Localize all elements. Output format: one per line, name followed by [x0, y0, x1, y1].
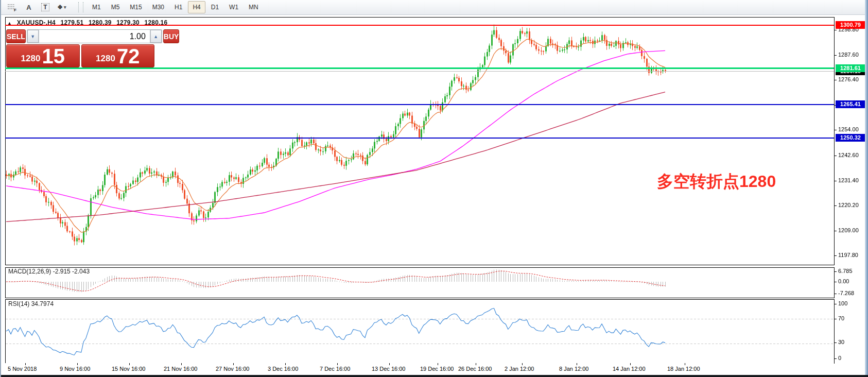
axis-tick [438, 363, 438, 365]
axis-tick [233, 363, 234, 365]
axis-tick [834, 358, 837, 359]
time-axis-label: 15 Nov 16:00 [112, 366, 145, 372]
time-axis-label: 2 Jan 12:00 [505, 366, 534, 372]
time-axis-label: 7 Dec 16:00 [320, 366, 350, 372]
toolbar: F A T ❖ ▾ M1M5M15M30H1H4D1W1MN [1, 0, 868, 15]
fibonacci-tool-button[interactable]: F [5, 1, 20, 13]
buy-price-big-figure: 1280 [96, 54, 115, 64]
axis-tick [834, 271, 837, 272]
chevron-down-icon: ▾ [64, 5, 66, 10]
axis-tick [685, 363, 685, 365]
axis-tick [577, 363, 577, 365]
axis-tick [834, 55, 837, 56]
volume-spinner: ▼ ▲ [27, 29, 162, 43]
volume-decrease-button[interactable]: ▼ [27, 30, 39, 43]
sell-button[interactable]: SELL [6, 29, 26, 43]
axis-tick [337, 363, 338, 365]
macd-pane-label: MACD(12,26,9) -2.915 -2.043 [8, 268, 90, 275]
buy-price-button[interactable]: 1280 72 [81, 44, 155, 67]
timeframe-button-h4[interactable]: H4 [188, 1, 205, 13]
text-label-tool-button[interactable]: T [38, 1, 53, 13]
price-axis-label: 1220.20 [838, 202, 859, 208]
axis-tick [834, 80, 837, 80]
price-badge-1300.79: 1300.79 [836, 21, 865, 29]
hline-1300.79[interactable] [5, 25, 834, 26]
axis-tick [834, 304, 837, 304]
axis-tick [834, 130, 837, 130]
text-icon: A [26, 4, 31, 11]
time-axis-label: 14 Jan 12:00 [613, 366, 646, 372]
mt4-window: F A T ❖ ▾ M1M5M15M30H1H4D1W1MN ▲ XAUUSD-… [0, 0, 868, 377]
timeframe-button-m30[interactable]: M30 [148, 1, 169, 13]
hline-1250.32[interactable] [5, 138, 834, 139]
volume-increase-button[interactable]: ▲ [150, 30, 162, 43]
hline-1281.61[interactable] [5, 67, 834, 69]
timeframe-button-w1[interactable]: W1 [224, 1, 243, 13]
axis-tick [834, 282, 837, 282]
arrows-tool-button[interactable]: ❖ ▾ [55, 1, 69, 13]
chart-text-annotation[interactable]: 多空转折点1280 [657, 170, 776, 193]
time-axis-label: 13 Dec 16:00 [372, 366, 405, 372]
volume-input[interactable] [39, 30, 150, 43]
text-tool-button[interactable]: A [22, 1, 36, 13]
rsi-name: RSI(14) [8, 300, 29, 307]
axis-tick [834, 231, 837, 231]
price-axis-label: 1276.40 [838, 76, 859, 82]
arrows-icon: ❖ [57, 4, 63, 11]
timeframe-button-d1[interactable]: D1 [206, 1, 223, 13]
hline-1265.41[interactable] [5, 104, 834, 105]
price-axis-label: 1254.00 [838, 126, 859, 132]
axis-tick [476, 363, 476, 365]
time-axis-label: 5 Nov 2018 [8, 366, 37, 372]
indicator-axis-label: -7.268 [838, 290, 854, 296]
axis-tick [77, 363, 78, 365]
text-label-icon: T [41, 3, 49, 11]
axis-tick [129, 363, 130, 365]
axis-tick [834, 255, 837, 256]
window-bottom-edge [1, 375, 868, 377]
price-axis-label: 1209.00 [838, 227, 859, 233]
time-axis-label: 18 Jan 12:00 [667, 366, 700, 372]
rsi-value: 34.7974 [31, 300, 54, 307]
rsi-pane-label: RSI(14) 34.7974 [8, 300, 54, 307]
axis-tick [834, 181, 837, 181]
buy-price-pips: 72 [117, 45, 140, 67]
hline-1280.16[interactable] [5, 71, 834, 72]
indicator-axis-label: 30 [838, 339, 844, 345]
axis-tick [834, 156, 837, 156]
indicator-axis-label: 6.785 [838, 268, 853, 274]
one-click-trade-panel: SELL ▼ ▲ BUY 1280 15 1280 72 [6, 29, 154, 67]
axis-tick [522, 363, 523, 365]
axis-tick [25, 363, 26, 365]
timeframe-button-m15[interactable]: M15 [125, 1, 146, 13]
price-axis-label: 1287.60 [838, 52, 859, 58]
sell-price-button[interactable]: 1280 15 [6, 44, 80, 67]
timeframe-button-m5[interactable]: M5 [107, 1, 125, 13]
axis-tick [834, 294, 837, 294]
sell-price-big-figure: 1280 [21, 54, 41, 64]
price-axis-label: 1231.40 [838, 177, 859, 183]
timeframe-button-m1[interactable]: M1 [88, 1, 106, 13]
timeframe-button-mn[interactable]: MN [244, 1, 263, 13]
axis-tick [834, 30, 837, 30]
window-right-edge [865, 0, 868, 377]
price-axis-label: 1197.80 [838, 252, 858, 258]
macd-name: MACD(12,26,9) [8, 268, 51, 275]
time-axis-label: 21 Nov 16:00 [164, 366, 197, 372]
sell-price-pips: 15 [42, 45, 65, 67]
axis-tick [389, 363, 390, 365]
buy-button[interactable]: BUY [163, 29, 180, 43]
svg-text:F: F [14, 8, 16, 11]
toolbar-grip[interactable] [78, 2, 83, 12]
timeframe-group: M1M5M15M30H1H4D1W1MN [88, 1, 264, 13]
timeframe-button-h1[interactable]: H1 [170, 1, 187, 13]
time-axis[interactable]: 5 Nov 20189 Nov 16:0015 Nov 16:0021 Nov … [5, 363, 834, 375]
time-axis-label: 9 Nov 16:00 [60, 366, 90, 372]
indicator-axis-label: 100 [838, 300, 847, 306]
price-badge-1250.32: 1250.32 [836, 134, 865, 142]
price-axis[interactable]: 1298.801287.601276.401265.201254.001242.… [834, 0, 866, 377]
time-axis-label: 26 Dec 16:00 [458, 366, 492, 372]
price-badge-1281.61: 1281.61 [836, 64, 865, 72]
axis-tick [834, 342, 837, 343]
indicator-axis-label: 0 [838, 355, 841, 361]
